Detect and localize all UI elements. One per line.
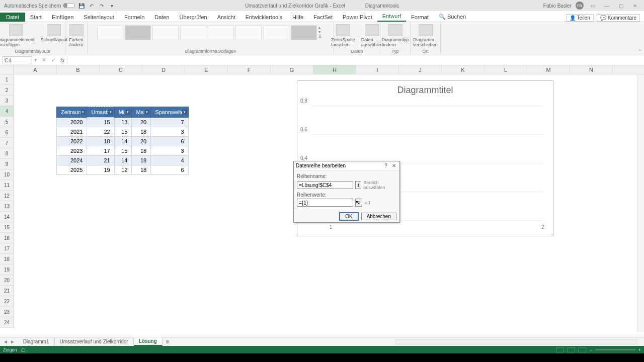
enter-formula-icon[interactable]: ✓ bbox=[49, 57, 58, 63]
tab-review[interactable]: Überprüfen bbox=[175, 13, 212, 22]
col-header-M[interactable]: M bbox=[527, 65, 570, 74]
chart-style-6[interactable] bbox=[235, 25, 262, 40]
col-header-C[interactable]: C bbox=[100, 65, 142, 74]
col-header-N[interactable]: N bbox=[570, 65, 613, 74]
table-cell[interactable]: 4 bbox=[151, 156, 189, 165]
file-tab[interactable]: Datei bbox=[0, 13, 25, 22]
comments-button[interactable]: 💬 Kommentare bbox=[597, 14, 640, 22]
row-header-6[interactable]: 6 bbox=[0, 127, 14, 138]
col-header-B[interactable]: B bbox=[57, 65, 100, 74]
switch-row-col-button[interactable]: Zeile/Spalte tauschen bbox=[329, 23, 357, 48]
filter-dropdown-icon[interactable]: ▾ bbox=[144, 110, 149, 115]
search-box[interactable]: 🔍 Suchen bbox=[434, 12, 471, 22]
user-avatar[interactable]: FB bbox=[576, 2, 584, 10]
tab-pagelayout[interactable]: Seitenlayout bbox=[78, 13, 119, 22]
series-values-input[interactable] bbox=[297, 199, 353, 207]
add-chart-element-button[interactable]: Diagrammelement hinzufügen bbox=[0, 23, 37, 48]
tab-view[interactable]: Ansicht bbox=[212, 13, 240, 22]
table-cell[interactable]: 3 bbox=[151, 146, 189, 156]
dialog-close-icon[interactable]: ✕ bbox=[390, 163, 397, 168]
collapse-ribbon-icon[interactable]: ⌃ bbox=[638, 49, 642, 54]
table-cell[interactable]: 14 bbox=[114, 156, 132, 165]
autosave-toggle[interactable]: Automatisches Speichern bbox=[4, 3, 75, 9]
col-header-F[interactable]: F bbox=[228, 65, 271, 74]
change-chart-type-button[interactable]: Diagrammtyp ändern bbox=[380, 23, 411, 48]
chart-title[interactable]: Diagrammtitel bbox=[297, 85, 553, 96]
tab-format[interactable]: Format bbox=[406, 13, 434, 22]
filter-dropdown-icon[interactable]: ▾ bbox=[182, 110, 187, 115]
row-header-10[interactable]: 10 bbox=[0, 169, 14, 180]
table-cell[interactable]: 22 bbox=[87, 127, 114, 137]
table-cell[interactable]: 20 bbox=[132, 137, 151, 146]
zoom-in-icon[interactable]: + bbox=[638, 347, 641, 352]
table-cell[interactable]: 6 bbox=[151, 165, 189, 175]
table-cell[interactable]: 3 bbox=[151, 127, 189, 137]
series-name-range-picker[interactable]: ↥ bbox=[355, 181, 361, 189]
chart-style-2[interactable] bbox=[125, 25, 151, 40]
horizontal-scrollbar[interactable] bbox=[395, 339, 637, 344]
tab-developer[interactable]: Entwicklertools bbox=[240, 13, 287, 22]
table-cell[interactable]: 14 bbox=[114, 137, 132, 146]
row-header-1[interactable]: 1 bbox=[0, 74, 14, 85]
table-cell[interactable]: 7 bbox=[151, 118, 189, 127]
sheet-tab-umsatz[interactable]: Umsatzverlauf und Zielkorridor bbox=[55, 338, 134, 345]
filter-dropdown-icon[interactable]: ▾ bbox=[80, 110, 86, 115]
row-header-3[interactable]: 3 bbox=[0, 96, 14, 106]
select-all-corner[interactable] bbox=[0, 65, 14, 74]
styles-scroll-up-icon[interactable]: ▴ bbox=[318, 25, 325, 30]
chart-style-3[interactable] bbox=[152, 25, 179, 40]
table-cell[interactable]: 15 bbox=[114, 127, 132, 137]
filter-dropdown-icon[interactable]: ▾ bbox=[125, 110, 130, 115]
chart-style-1[interactable] bbox=[97, 25, 123, 40]
page-break-view-icon[interactable] bbox=[578, 347, 586, 352]
table-cell[interactable]: 15 bbox=[87, 118, 114, 127]
tab-insert[interactable]: Einfügen bbox=[47, 13, 78, 22]
zoom-slider[interactable] bbox=[595, 349, 635, 350]
styles-more-icon[interactable]: ⊻ bbox=[318, 34, 325, 39]
row-header-20[interactable]: 20 bbox=[0, 275, 14, 286]
tab-powerpivot[interactable]: Power Pivot bbox=[338, 13, 377, 22]
sheet-tab-loesung[interactable]: Lösung bbox=[134, 337, 163, 346]
row-header-13[interactable]: 13 bbox=[0, 201, 14, 212]
table-cell[interactable]: 2021 bbox=[57, 127, 87, 137]
tab-help[interactable]: Hilfe bbox=[287, 13, 308, 22]
row-header-8[interactable]: 8 bbox=[0, 148, 14, 159]
table-cell[interactable]: 21 bbox=[87, 156, 114, 165]
name-box[interactable]: C4 bbox=[2, 56, 32, 64]
chart-style-5[interactable] bbox=[208, 25, 234, 40]
col-header-A[interactable]: A bbox=[14, 65, 57, 74]
ribbon-options-icon[interactable]: ▭ bbox=[588, 2, 598, 9]
table-cell[interactable]: 6 bbox=[151, 137, 189, 146]
sheet-tab-diagramm1[interactable]: Diagramm1 bbox=[18, 338, 55, 345]
styles-scroll-down-icon[interactable]: ▾ bbox=[318, 30, 325, 34]
row-header-17[interactable]: 17 bbox=[0, 243, 14, 254]
col-header-J[interactable]: J bbox=[399, 65, 442, 74]
row-header-4[interactable]: 4 bbox=[0, 106, 14, 117]
filter-dropdown-icon[interactable]: ▾ bbox=[108, 110, 113, 115]
redo-icon[interactable]: ↷ bbox=[98, 2, 105, 9]
share-button[interactable]: 👤 Teilen bbox=[566, 14, 594, 22]
row-header-21[interactable]: 21 bbox=[0, 286, 14, 296]
row-header-15[interactable]: 15 bbox=[0, 222, 14, 233]
col-header-D[interactable]: D bbox=[142, 65, 185, 74]
table-cell[interactable]: 13 bbox=[114, 118, 132, 127]
macro-record-icon[interactable]: ▢ bbox=[21, 347, 26, 352]
table-cell[interactable]: 18 bbox=[132, 156, 151, 165]
table-cell[interactable]: 2023 bbox=[57, 146, 87, 156]
table-cell[interactable]: 2022 bbox=[57, 137, 87, 146]
worksheet-grid[interactable]: ABCDEFGHIJKLMN 1234567891011121314151617… bbox=[0, 65, 644, 332]
fx-icon[interactable]: fx bbox=[58, 57, 67, 63]
table-cell[interactable]: 20 bbox=[132, 118, 151, 127]
col-header-H[interactable]: H bbox=[313, 65, 356, 74]
cancel-button[interactable]: Abbrechen bbox=[361, 213, 396, 220]
undo-icon[interactable]: ↶ bbox=[88, 2, 95, 9]
row-header-16[interactable]: 16 bbox=[0, 233, 14, 243]
col-header-I[interactable]: I bbox=[356, 65, 399, 74]
row-header-18[interactable]: 18 bbox=[0, 254, 14, 264]
tab-factset[interactable]: FactSet bbox=[308, 13, 338, 22]
row-header-2[interactable]: 2 bbox=[0, 85, 14, 96]
col-header-L[interactable]: L bbox=[485, 65, 527, 74]
row-header-7[interactable]: 7 bbox=[0, 138, 14, 148]
change-colors-button[interactable]: Farben ändern bbox=[67, 23, 86, 48]
table-cell[interactable]: 2020 bbox=[57, 118, 87, 127]
